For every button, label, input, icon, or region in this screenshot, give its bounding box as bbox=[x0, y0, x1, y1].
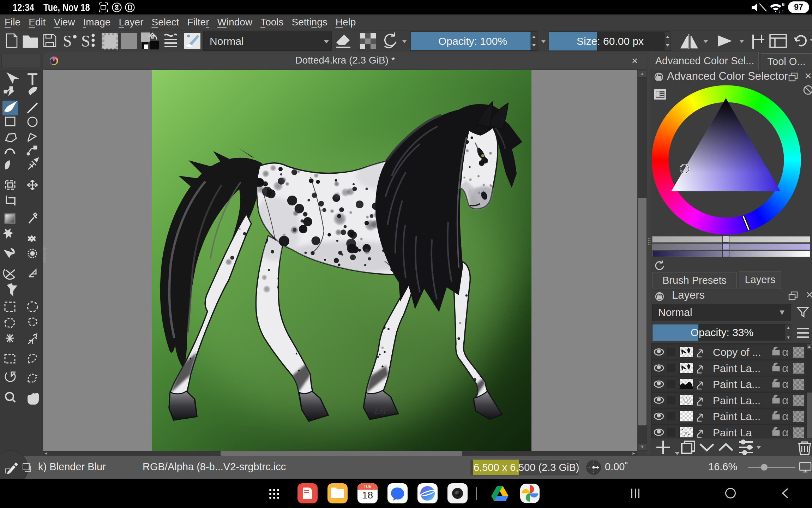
svg-text:α: α bbox=[782, 394, 789, 407]
svg-text:Paint La: Paint La bbox=[713, 427, 752, 438]
svg-text:α: α bbox=[782, 346, 789, 358]
svg-text:↓: ↓ bbox=[778, 9, 781, 13]
svg-text:6: 6 bbox=[782, 2, 784, 7]
svg-text:S: S bbox=[81, 32, 90, 50]
svg-text:α: α bbox=[782, 362, 789, 375]
svg-text:α: α bbox=[782, 410, 789, 423]
svg-text:S: S bbox=[63, 32, 72, 50]
svg-text:↑: ↑ bbox=[782, 9, 784, 13]
svg-text:Size: 60.00 px: Size: 60.00 px bbox=[577, 35, 644, 47]
svg-text:Paint La...: Paint La... bbox=[713, 395, 760, 406]
svg-text:α: α bbox=[782, 426, 789, 439]
svg-text:Normal: Normal bbox=[210, 35, 244, 47]
svg-text:Paint La...: Paint La... bbox=[713, 363, 760, 374]
svg-text:DF: DF bbox=[374, 404, 391, 417]
svg-text:Opacity: 100%: Opacity: 100% bbox=[438, 35, 507, 47]
svg-text:Paint La...: Paint La... bbox=[713, 411, 760, 422]
svg-text:Paint La...: Paint La... bbox=[713, 378, 760, 390]
svg-text:α: α bbox=[782, 378, 789, 390]
svg-text:Copy of ...: Copy of ... bbox=[713, 346, 761, 358]
